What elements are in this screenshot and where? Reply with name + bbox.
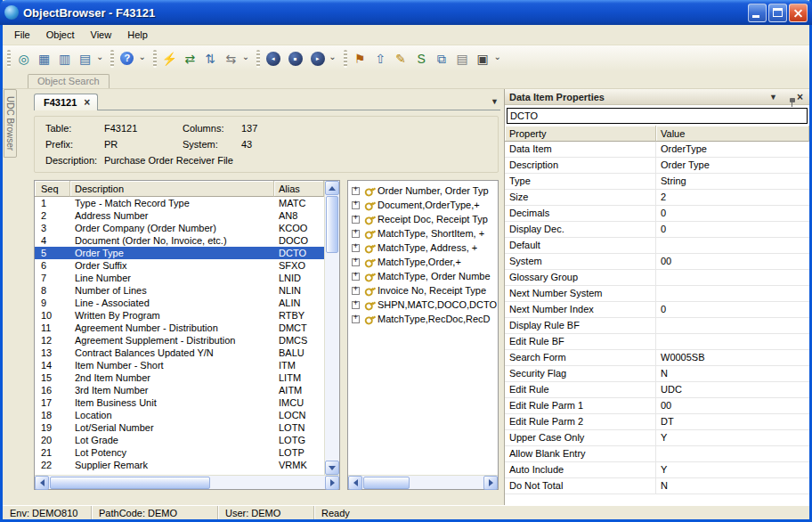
expand-plus-icon[interactable]: [352, 315, 360, 323]
expand-plus-icon[interactable]: [352, 301, 360, 309]
table-row[interactable]: 2 Address Number AN8: [35, 209, 324, 222]
table-row[interactable]: 14 Item Number - Short ITM: [35, 359, 324, 371]
table-row[interactable]: 13 Contract Balances Updated Y/N BALU: [35, 347, 324, 359]
sort-icon[interactable]: ⇅: [200, 49, 221, 69]
table-view-icon[interactable]: ▦: [34, 49, 54, 69]
property-row[interactable]: Security Flag N: [505, 366, 809, 382]
property-row[interactable]: Glossary Group: [505, 270, 809, 286]
expand-plus-icon[interactable]: [352, 273, 360, 281]
index-tree-item[interactable]: MatchType, ShortItem, +: [348, 226, 498, 241]
lightning-icon[interactable]: ⚡: [159, 49, 180, 69]
property-row[interactable]: Next Number Index 0: [505, 302, 809, 318]
table-row[interactable]: 8 Number of Lines NLIN: [35, 284, 324, 297]
scroll-track[interactable]: [325, 195, 339, 461]
expand-plus-icon[interactable]: [352, 244, 360, 252]
sql-icon[interactable]: S: [411, 49, 432, 69]
scroll-thumb[interactable]: [363, 477, 410, 489]
index-tree-item[interactable]: MatchType, Order Numbe: [348, 269, 498, 283]
index-tree-item[interactable]: MatchType,Order,+: [348, 255, 498, 269]
panel-close-icon[interactable]: ×: [793, 92, 807, 102]
property-row[interactable]: Upper Case Only Y: [505, 430, 809, 446]
scroll-right-button[interactable]: [325, 476, 339, 490]
property-row[interactable]: Description Order Type: [505, 158, 809, 174]
table-row[interactable]: 7 Line Number LNID: [35, 272, 324, 284]
toolbar-overflow-chevron[interactable]: ⌄: [95, 52, 106, 65]
close-button[interactable]: [789, 4, 808, 22]
help-icon[interactable]: ?: [117, 49, 137, 69]
toolbar-overflow-chevron[interactable]: ⌄: [328, 52, 338, 65]
table-row[interactable]: 22 Supplier Remark VRMK: [35, 459, 324, 471]
expand-plus-icon[interactable]: [352, 258, 360, 266]
tab-list-dropdown-icon[interactable]: ▼: [491, 97, 499, 106]
property-row[interactable]: Edit Rule Parm 2 DT: [505, 414, 809, 430]
table-row[interactable]: 21 Lot Potency LOTP: [35, 446, 324, 459]
property-row[interactable]: Edit Rule Parm 1 00: [505, 398, 809, 414]
scroll-up-button[interactable]: [325, 181, 339, 195]
table-row[interactable]: 11 Agreement Number - Distribution DMCT: [35, 322, 324, 334]
up-arrow-icon[interactable]: ⇧: [370, 49, 391, 69]
property-row[interactable]: Display Rule BF: [505, 318, 809, 334]
index-tree-item[interactable]: MatchType, Address, +: [348, 241, 498, 255]
edit-icon[interactable]: ✎: [391, 49, 411, 69]
menu-file[interactable]: File: [6, 27, 38, 43]
property-row[interactable]: Data Item OrderType: [505, 142, 809, 158]
toolbar-overflow-chevron[interactable]: ⌄: [137, 52, 148, 65]
table-row[interactable]: 3 Order Company (Order Number) KCOO: [35, 222, 324, 234]
save-icon[interactable]: ▣: [473, 49, 493, 69]
horizontal-scrollbar[interactable]: [35, 475, 339, 489]
property-row[interactable]: Next Number System: [505, 286, 809, 302]
tab-f43121[interactable]: F43121 ×: [34, 94, 98, 110]
toolbar-overflow-chevron[interactable]: ⌄: [493, 52, 504, 65]
compare-icon[interactable]: ⇄: [180, 49, 200, 69]
property-row[interactable]: Display Dec. 0: [505, 222, 809, 238]
scroll-thumb[interactable]: [326, 196, 338, 253]
scroll-left-button[interactable]: [35, 476, 49, 490]
table-row[interactable]: 15 2nd Item Number LITM: [35, 371, 324, 384]
table-row[interactable]: 5 Order Type DCTO: [35, 247, 324, 259]
expand-plus-icon[interactable]: [352, 287, 360, 295]
col-header-alias[interactable]: Alias: [274, 181, 324, 197]
property-row[interactable]: Auto Include Y: [505, 462, 809, 478]
property-row[interactable]: Default: [505, 238, 809, 254]
scroll-down-button[interactable]: [325, 461, 339, 475]
toolbar-overflow-chevron[interactable]: ⌄: [241, 52, 252, 65]
toolbar-grip[interactable]: [256, 50, 260, 68]
scroll-right-button[interactable]: [483, 476, 498, 490]
table-row[interactable]: 1 Type - Match Record Type MATC: [35, 197, 324, 209]
expand-plus-icon[interactable]: [352, 216, 360, 224]
table-row[interactable]: 6 Order Suffix SFXO: [35, 259, 324, 272]
udc-browser-tab[interactable]: UDC Browser: [4, 89, 17, 158]
col-header-description[interactable]: Description: [70, 181, 274, 197]
menu-object[interactable]: Object: [38, 27, 83, 43]
menu-help[interactable]: Help: [119, 27, 156, 43]
index-tree-item[interactable]: MatchType,RecDoc,RecD: [348, 312, 498, 326]
forward-round-icon[interactable]: ►: [307, 49, 328, 69]
index-tree-item[interactable]: SHPN,MATC,DOCO,DCTO: [348, 298, 498, 312]
toolbar-grip[interactable]: [153, 50, 157, 68]
table-row[interactable]: 18 Location LOCN: [35, 409, 324, 421]
minimize-button[interactable]: [748, 4, 767, 22]
notes-icon[interactable]: ▤: [452, 49, 473, 69]
property-row[interactable]: System 00: [505, 254, 809, 270]
property-row[interactable]: Edit Rule BF: [505, 334, 809, 350]
index-tree-item[interactable]: Document,OrderType,+: [348, 198, 498, 212]
transfer-icon[interactable]: ⇆: [221, 49, 241, 69]
titlebar[interactable]: ObjectBrowser - F43121: [0, 0, 812, 25]
property-row[interactable]: Edit Rule UDC: [505, 382, 809, 398]
find-object-icon[interactable]: ◎: [13, 49, 34, 69]
index-tree-item[interactable]: Order Number, Order Typ: [348, 184, 498, 198]
tab-close-icon[interactable]: ×: [84, 98, 90, 107]
table-row[interactable]: 17 Item Business Unit IMCU: [35, 396, 324, 409]
col-header-seq[interactable]: Seq: [35, 181, 70, 197]
table-row[interactable]: 19 Lot/Serial Number LOTN: [35, 421, 324, 434]
property-row[interactable]: Decimals 0: [505, 206, 809, 222]
panel-menu-icon[interactable]: ▼: [767, 93, 780, 102]
expand-plus-icon[interactable]: [352, 187, 360, 195]
table-row[interactable]: 20 Lot Grade LOTG: [35, 434, 324, 446]
column-view-icon[interactable]: ▥: [54, 49, 75, 69]
property-row[interactable]: Allow Blank Entry: [505, 446, 809, 462]
scroll-track[interactable]: [362, 476, 483, 490]
property-row[interactable]: Do Not Total N: [505, 478, 809, 494]
index-tree-item[interactable]: Invoice No, Receipt Type: [348, 283, 498, 298]
table-row[interactable]: 16 3rd Item Number AITM: [35, 384, 324, 396]
